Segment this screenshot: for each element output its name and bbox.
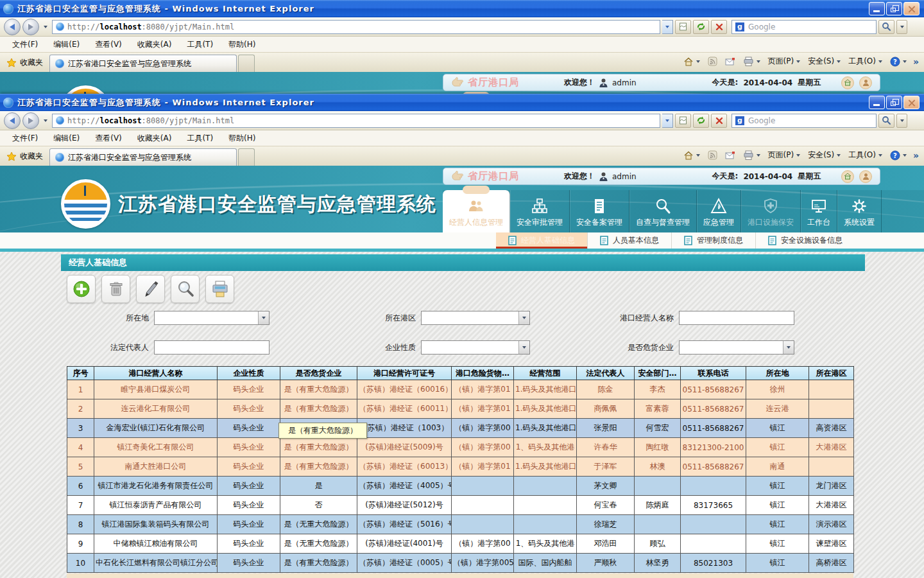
- stop-button[interactable]: [711, 20, 727, 34]
- feeds-button[interactable]: [706, 55, 719, 67]
- history-dropdown-icon[interactable]: [44, 26, 47, 28]
- port-area-select[interactable]: [421, 311, 530, 325]
- table-row[interactable]: 4镇江奇美化工有限公司码头企业是（有重大危险源）(苏镇)港经证(5009)号（镇…: [67, 438, 854, 457]
- refresh-button[interactable]: [693, 114, 709, 128]
- table-row[interactable]: 5南通大胜港口公司码头企业是（有重大危险源）（苏镇）港经证（60013）（镇）港…: [67, 457, 854, 477]
- subnav-operator-basic-info[interactable]: 经营人基础信息: [496, 232, 587, 249]
- compatibility-view-button[interactable]: [675, 114, 691, 128]
- column-header[interactable]: 联系电话: [681, 367, 746, 380]
- menu-edit[interactable]: 编辑(E): [46, 37, 87, 52]
- back-button[interactable]: [4, 112, 21, 129]
- column-header[interactable]: 港口危险货物…: [452, 367, 514, 380]
- menu-edit[interactable]: 编辑(E): [46, 131, 87, 146]
- column-header[interactable]: 经营范围: [514, 367, 577, 380]
- nav-port-security[interactable]: 港口设施保安: [741, 190, 801, 232]
- address-input[interactable]: http://localhost:8080/yjpt/Main.html: [52, 20, 660, 34]
- table-row[interactable]: 9中储粮镇江粮油有限公司码头企业是（无重大危险源）(苏镇)港经证(4001)号（…: [67, 534, 854, 554]
- column-header[interactable]: 安全部门…: [635, 367, 681, 380]
- menu-favorites[interactable]: 收藏夹(A): [130, 131, 179, 146]
- help-menu-button[interactable]: ?: [889, 149, 908, 162]
- column-header[interactable]: 是否危货企业: [280, 367, 357, 380]
- minimize-button[interactable]: [869, 96, 885, 109]
- stop-button[interactable]: [711, 114, 727, 128]
- nav-self-inspection[interactable]: 自查与督查管理: [629, 190, 697, 232]
- subnav-safety-equipment-info[interactable]: 安全设施设备信息: [755, 232, 855, 249]
- feeds-button[interactable]: [706, 149, 719, 161]
- subnav-personnel-info[interactable]: 人员基本信息: [587, 232, 671, 249]
- close-button[interactable]: [903, 2, 920, 15]
- column-header[interactable]: 所在港区: [809, 367, 854, 380]
- print-button[interactable]: [742, 149, 762, 161]
- page-menu-button[interactable]: 页面(P): [767, 55, 802, 68]
- column-header[interactable]: 所在地: [746, 367, 809, 380]
- table-row[interactable]: 10中石化长江燃料有限公司镇江分公司码头企业是（有重大危险源）（苏镇）港经证（0…: [67, 554, 854, 573]
- delete-button[interactable]: [101, 275, 130, 303]
- nav-safety-filing[interactable]: 安全备案管理: [570, 190, 629, 232]
- toolbar-overflow-button[interactable]: »: [913, 57, 919, 67]
- read-mail-button[interactable]: [724, 150, 737, 161]
- nav-operator-info[interactable]: 经营人信息管理: [443, 190, 510, 232]
- nav-safety-approval[interactable]: 安全审批管理: [510, 190, 570, 232]
- minimize-button[interactable]: [869, 2, 885, 15]
- close-button[interactable]: [903, 96, 920, 109]
- table-row[interactable]: 8镇江港国际集装箱码头有限公司码头企业是（无重大危险源）（苏镇）港经证（5016…: [67, 515, 854, 534]
- refresh-button[interactable]: [693, 20, 709, 34]
- nav-emergency[interactable]: 应急管理: [697, 190, 741, 232]
- address-input[interactable]: http://localhost:8080/yjpt/Main.html: [52, 114, 660, 128]
- tools-menu-button[interactable]: 工具(O): [847, 55, 884, 68]
- browser-tab[interactable]: 江苏省港口安全监管与应急管理系统: [49, 55, 237, 72]
- column-header[interactable]: 序号: [67, 367, 94, 380]
- menu-favorites[interactable]: 收藏夹(A): [130, 37, 179, 52]
- table-row[interactable]: 6镇江市港龙石化港务有限责任公司码头企业是（苏镇）港经证（4005）号茅文卿镇江…: [67, 477, 854, 496]
- operator-name-input[interactable]: [679, 311, 794, 325]
- dropdown-arrow-icon[interactable]: [518, 341, 529, 354]
- home-button[interactable]: [682, 149, 701, 161]
- table-row[interactable]: 3金海宏业(镇江)石化有限公司码头企业（苏镇）港经证（1003）（镇）港字第00…: [67, 419, 854, 438]
- table-row[interactable]: 1睢宁县港口煤炭公司码头企业是（有重大危险源）（苏镇）港经证（60016）（镇）…: [67, 380, 854, 399]
- search-button[interactable]: [878, 20, 894, 34]
- page-menu-button[interactable]: 页面(P): [767, 148, 802, 162]
- home-button[interactable]: [682, 55, 701, 67]
- menu-help[interactable]: 帮助(H): [221, 37, 262, 52]
- read-mail-button[interactable]: [724, 56, 737, 67]
- tools-menu-button[interactable]: 工具(O): [847, 148, 884, 162]
- search-input[interactable]: g Google: [732, 114, 877, 128]
- nav-workbench[interactable]: 工作台: [801, 190, 837, 232]
- history-dropdown-icon[interactable]: [44, 119, 47, 122]
- home-shortcut-icon[interactable]: [841, 76, 854, 89]
- dangerous-goods-select[interactable]: [679, 340, 794, 355]
- home-shortcut-icon[interactable]: [841, 170, 854, 183]
- browser-tab[interactable]: 江苏省港口安全监管与应急管理系统: [49, 148, 237, 166]
- menu-view[interactable]: 查看(V): [88, 37, 129, 52]
- search-input[interactable]: g Google: [732, 20, 877, 34]
- forward-button[interactable]: [22, 112, 39, 129]
- address-dropdown-button[interactable]: [662, 114, 673, 128]
- logout-icon[interactable]: [859, 170, 872, 183]
- back-button[interactable]: [4, 19, 21, 35]
- menu-tools[interactable]: 工具(T): [180, 131, 220, 146]
- column-header[interactable]: 港口经营人名称: [94, 367, 218, 380]
- location-select[interactable]: [154, 311, 270, 325]
- table-row[interactable]: 2连云港化工有限公司码头企业是（有重大危险源）（苏镇）港经证（60011）（镇）…: [67, 399, 854, 419]
- search-button[interactable]: [878, 114, 894, 128]
- safety-menu-button[interactable]: 安全(S): [807, 55, 842, 68]
- menu-file[interactable]: 文件(F): [5, 37, 45, 52]
- print-button[interactable]: [742, 55, 762, 67]
- restore-button[interactable]: [886, 2, 902, 15]
- enterprise-nature-select[interactable]: [421, 340, 530, 355]
- add-button[interactable]: [67, 275, 96, 303]
- column-header[interactable]: 港口经营许可证号: [357, 367, 452, 380]
- menu-file[interactable]: 文件(F): [5, 131, 45, 146]
- logout-icon[interactable]: [859, 76, 872, 89]
- column-header[interactable]: 法定代表人: [577, 367, 635, 380]
- address-dropdown-button[interactable]: [662, 20, 673, 34]
- toolbar-overflow-button[interactable]: »: [913, 150, 919, 161]
- dropdown-arrow-icon[interactable]: [518, 311, 529, 324]
- search-options-button[interactable]: [896, 20, 907, 34]
- column-header[interactable]: 企业性质: [218, 367, 280, 380]
- help-menu-button[interactable]: ?: [889, 55, 908, 68]
- subnav-management-system-info[interactable]: 管理制度信息: [671, 232, 755, 249]
- search-options-button[interactable]: [896, 114, 907, 128]
- restore-button[interactable]: [886, 96, 902, 109]
- favorites-button[interactable]: 收藏夹: [4, 151, 49, 166]
